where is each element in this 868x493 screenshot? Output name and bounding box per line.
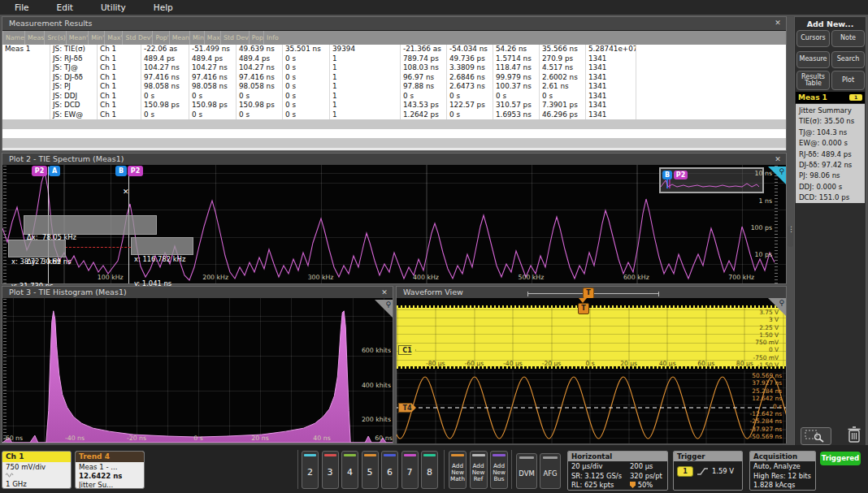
dvm-label: DVM	[519, 459, 534, 488]
trend4-value: 12.6422 ns	[79, 472, 144, 481]
table-empty-strip	[2, 119, 786, 129]
table-row[interactable]: Meas 1JS: TIE(σ) Ch 1-22.06 as -51.499 n…	[2, 45, 786, 54]
add-new-button[interactable]: Add New Bus	[490, 451, 508, 489]
add-new-button[interactable]: Add New Math	[449, 451, 467, 489]
trigger-position-icon	[630, 482, 636, 488]
ch1-badge[interactable]: Ch 1 750 mV/div 1 GHz	[2, 451, 72, 489]
plot3-title-bar[interactable]: Plot 3 - TIE Histogram (Meas1) ✕	[2, 287, 393, 299]
plot3-canvas[interactable]	[2, 298, 393, 443]
cursor-flag-b[interactable]: B	[115, 166, 127, 176]
horizontal-title: Horizontal	[568, 452, 667, 461]
channel-button[interactable]: 2	[302, 451, 319, 489]
plot2-y-tick-1ns: 1 ns	[738, 197, 772, 205]
search-button[interactable]: Search	[831, 51, 865, 68]
trash-button[interactable]	[846, 425, 862, 444]
panel-splitter-handle[interactable]: ⋮	[788, 226, 793, 247]
acquisition-panel[interactable]: Acquisition Auto, Analyze High Res: 12 b…	[749, 451, 816, 491]
channel-number: 5	[367, 456, 373, 488]
plot2-title-bar[interactable]: Plot 2 - TIE Spectrum (Meas1) ✕	[2, 154, 786, 166]
zoom-box-icon	[801, 428, 829, 443]
plot-button[interactable]: Plot	[831, 71, 865, 90]
plot2-x-axis: 100 kHz200 kHz300 kHz400 kHz500 kHz600 k…	[58, 274, 794, 281]
trigger-position-marker[interactable]: T	[578, 303, 589, 314]
menu-edit[interactable]: Edit	[57, 2, 73, 12]
channel-button[interactable]: 8	[421, 451, 438, 489]
ch1-waveform-band	[397, 308, 786, 366]
column-header: Mean	[169, 31, 189, 45]
bandwidth-icon	[6, 472, 71, 480]
horizontal-panel[interactable]: Horizontal 20 µs/div 200 µs SR: 3.125 GS…	[567, 451, 668, 491]
trigger-source-chip: 1	[677, 466, 693, 477]
x-tick-label: 400 kHz	[373, 274, 478, 281]
cursors-button[interactable]: Cursors	[796, 30, 830, 47]
channel-button[interactable]: 3	[322, 451, 339, 489]
measurement-results-panel: Measurement Results ✕ NameMeasSrc(s)Mean…	[2, 16, 787, 151]
rising-edge-icon	[697, 467, 708, 476]
table-row[interactable]: JS: DCD Ch 1150.98 ps 150.98 ps150.98 ps…	[2, 101, 786, 110]
menu-bar: File Edit Utility Help	[0, 0, 868, 15]
waveform-volt-axis: 3.75 V3 V2.25 V1.50 V750 mV0 V-750 mV-1.…	[744, 309, 779, 369]
plot3-y-tick-200k: 200 khits	[354, 416, 391, 423]
jitter-summary-panel[interactable]: Jitter SummaryTIE(σ): 35.50 nsTJ@: 104.3…	[796, 104, 865, 203]
divider	[511, 450, 512, 489]
results-table-button[interactable]: Results Table	[796, 71, 830, 90]
channel-button[interactable]: 6	[381, 451, 398, 489]
right-axis-ruler	[775, 165, 778, 283]
table-row[interactable]: JS: DDJ Ch 10 s 0 s0 s 0 s1 0 s0 s 0 s0 …	[2, 92, 786, 102]
summary-line: TJ@: 104.3 ns	[799, 128, 865, 138]
results-table-body[interactable]: Meas 1JS: TIE(σ) Ch 1-22.06 as -51.499 n…	[2, 45, 786, 119]
x-tick-label: -20 µs	[532, 360, 571, 367]
channel-number: 7	[407, 456, 413, 488]
measurement-results-title-text: Measurement Results	[9, 19, 93, 28]
cursor-flag-p2-right[interactable]: P2	[128, 166, 143, 176]
acquisition-title: Acquisition	[750, 452, 815, 461]
menu-help[interactable]: Help	[154, 2, 173, 12]
menu-file[interactable]: File	[15, 2, 29, 12]
close-icon[interactable]: ✕	[773, 154, 783, 165]
meas1-badge[interactable]: Meas 1 1	[796, 92, 865, 103]
table-row[interactable]: JS: RJ-δδ Ch 1489.4 ps 489.4 ps489.4 ps …	[2, 54, 786, 64]
table-row[interactable]: JS: PJ Ch 198.058 ns 98.058 ns98.058 ns …	[2, 82, 786, 92]
trigger-slider-marker[interactable]: T	[583, 288, 594, 299]
zoom-tool-button[interactable]	[801, 427, 831, 445]
close-icon[interactable]: ✕	[380, 287, 389, 298]
histogram-shape	[2, 298, 393, 443]
table-row[interactable]: JS: TJ@ Ch 1104.27 ns 104.27 ns104.27 ns…	[2, 63, 786, 73]
ch1-bandwidth: 1 GHz	[6, 480, 71, 489]
trigger-panel[interactable]: Trigger 1 1.59 V	[673, 451, 743, 491]
channel-graticule[interactable]: T C1 -80 µs-60 µs-40 µs-20 µs0 s20 µs40 …	[397, 298, 786, 370]
add-new-button[interactable]: Add New Ref	[470, 451, 488, 489]
channel-button[interactable]: 5	[362, 451, 379, 489]
x-tick-label: 0 s	[167, 435, 229, 442]
trend-tick-label: 37.927 ns	[752, 379, 782, 387]
bottom-bar: Ch 1 750 mV/div 1 GHz Trend 4 Meas 1 - .…	[0, 445, 868, 493]
right-sidebar: Add New... Cursors Note Measure Search R…	[794, 16, 866, 448]
column-header: Pop	[249, 31, 263, 45]
note-button[interactable]: Note	[831, 30, 865, 47]
menu-utility[interactable]: Utility	[101, 2, 126, 12]
plot3-title: Plot 3 - TIE Histogram (Meas1)	[9, 288, 127, 296]
summary-line: DCD: 151.0 ps	[799, 192, 865, 203]
trend4-badge[interactable]: Trend 4 Meas 1 - ... 12.6422 ns Jitter S…	[75, 451, 145, 489]
volt-tick-label: 0 V	[769, 346, 779, 353]
inset-flag-p2: P2	[674, 171, 688, 179]
cursor-flag-p2-left[interactable]: P2	[32, 166, 47, 176]
x-tick-label: 20 µs	[610, 360, 649, 367]
close-icon[interactable]: ✕	[773, 17, 783, 28]
cursor-flag-a[interactable]: A	[49, 166, 60, 176]
column-header: Std Dev	[220, 31, 249, 45]
waveform-title-bar[interactable]: Waveform View T	[397, 287, 786, 299]
table-row[interactable]: JS: EW@ Ch 10 s 0 s0 s 0 s1 1.2642 ps0 s…	[2, 110, 786, 120]
column-header: Src(s)	[44, 31, 65, 45]
summary-line: PJ: 98.06 ns	[799, 171, 865, 181]
channel-button[interactable]: 4	[341, 451, 358, 489]
measurement-results-title[interactable]: Measurement Results ✕	[2, 17, 786, 31]
afg-button[interactable]: AFG	[540, 453, 561, 489]
trend4-mode: Jitter Su...	[79, 481, 144, 489]
channel-button[interactable]: 7	[401, 451, 419, 489]
table-row[interactable]: JS: DJ-δδ Ch 197.416 ns 97.416 ns97.416 …	[2, 73, 786, 83]
trend-graticule[interactable]: T4 50.569 ns37.927 ns25.284 ns12.642 ns0…	[397, 370, 786, 443]
table-empty-row	[2, 129, 786, 138]
dvm-button[interactable]: DVM	[516, 453, 537, 489]
measure-button[interactable]: Measure	[796, 51, 830, 68]
